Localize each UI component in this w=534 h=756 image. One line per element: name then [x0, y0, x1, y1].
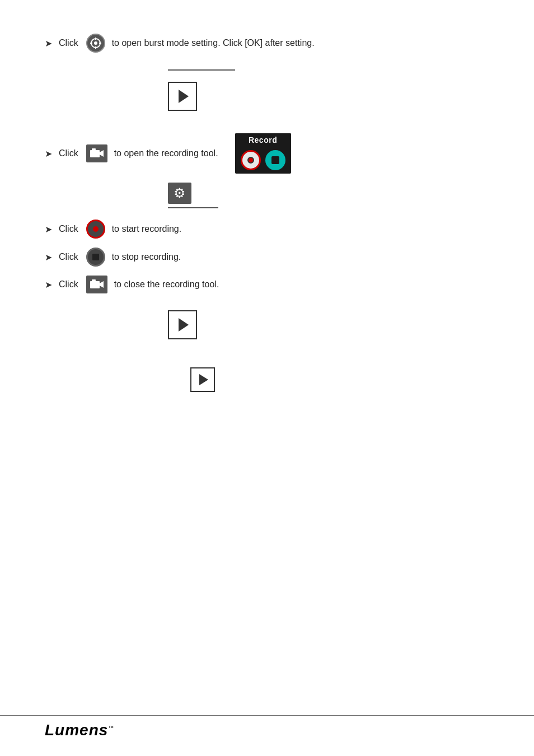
rec-stop-circle[interactable]	[86, 248, 105, 267]
record-toolbar-title: Record	[235, 133, 291, 147]
burst-mode-text: to open burst mode setting. Click [OK] a…	[112, 38, 315, 48]
play-button-1[interactable]	[168, 82, 197, 111]
play-triangle-3	[199, 374, 208, 385]
svg-rect-9	[90, 281, 100, 288]
bullet-recording-tool: ➤ Click to open the recording tool. Reco…	[45, 133, 489, 174]
play-icon-row-1	[168, 82, 489, 111]
play-button-3[interactable]	[190, 367, 215, 392]
play-triangle-2	[179, 318, 189, 332]
close-recording-text: to close the recording tool.	[114, 279, 219, 290]
stop-recording-text: to stop recording.	[112, 252, 181, 262]
camera-icon-wrap[interactable]	[86, 144, 107, 162]
play-icon-row-3	[190, 367, 489, 392]
svg-point-1	[94, 41, 97, 45]
arrow-icon-3: ➤	[45, 224, 52, 235]
arrow-icon-1: ➤	[45, 38, 52, 49]
arrow-icon-4: ➤	[45, 252, 52, 263]
play-triangle-1	[179, 90, 189, 103]
record-toolbar-buttons	[235, 147, 291, 174]
burst-mode-icon[interactable]	[86, 34, 105, 53]
svg-rect-8	[92, 148, 96, 150]
page-content: ➤ Click to open burst mode setting. Clic…	[0, 0, 534, 454]
bullet-close-recording: ➤ Click to close the recording tool.	[45, 276, 489, 293]
burst-settings-circle[interactable]	[86, 34, 105, 53]
separator-1	[168, 69, 235, 71]
svg-rect-6	[90, 150, 100, 157]
arrow-icon-5: ➤	[45, 279, 52, 290]
camera-icon-close-wrap[interactable]	[86, 276, 107, 293]
record-stop-square	[271, 156, 279, 164]
click-label-1: Click	[59, 38, 78, 48]
click-label-2: Click	[59, 148, 78, 158]
bullet-burst-mode: ➤ Click to open burst mode setting. Clic…	[45, 34, 489, 53]
bullet-stop-recording: ➤ Click to stop recording.	[45, 248, 489, 267]
click-label-4: Click	[59, 252, 78, 262]
footer: Lumens™	[0, 715, 534, 739]
svg-marker-7	[100, 150, 104, 157]
lumens-logo: Lumens™	[45, 721, 114, 739]
recording-tool-text: to open the recording tool.	[114, 148, 218, 158]
separator-2	[168, 207, 218, 208]
lumens-brand-text: Lumens	[45, 721, 108, 739]
lumens-tm: ™	[108, 725, 114, 731]
play-icon-row-2	[168, 310, 489, 339]
bullet-start-recording: ➤ Click to start recording.	[45, 220, 489, 239]
click-label-3: Click	[59, 224, 78, 234]
record-toolbar: Record	[235, 133, 291, 174]
gear-icon-row: ⚙	[168, 183, 489, 204]
record-start-button[interactable]	[241, 150, 261, 170]
close-recording-icon[interactable]	[86, 276, 107, 293]
svg-rect-11	[92, 279, 96, 281]
record-stop-button[interactable]	[265, 150, 285, 170]
recording-tool-icon[interactable]	[86, 144, 107, 162]
click-label-5: Click	[59, 279, 78, 290]
rec-start-dot	[93, 226, 99, 232]
play-button-2[interactable]	[168, 310, 197, 339]
rec-start-circle[interactable]	[86, 220, 105, 239]
gear-icon[interactable]: ⚙	[168, 183, 191, 204]
start-recording-text: to start recording.	[112, 224, 182, 234]
record-start-dot	[247, 157, 254, 164]
start-recording-icon[interactable]	[86, 220, 105, 239]
rec-stop-square	[92, 254, 99, 260]
svg-marker-10	[100, 281, 104, 288]
stop-recording-icon[interactable]	[86, 248, 105, 267]
arrow-icon-2: ➤	[45, 148, 52, 159]
